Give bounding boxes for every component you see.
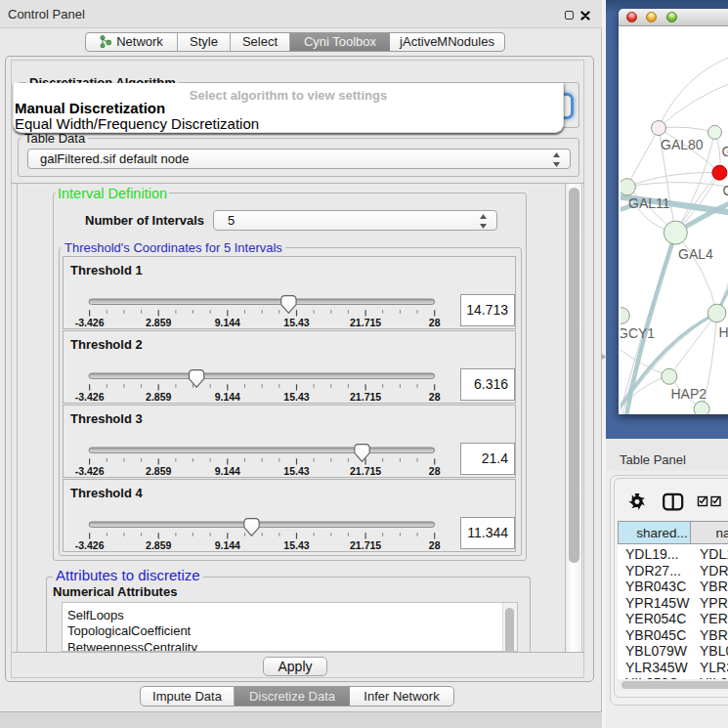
svg-text:9.144: 9.144	[215, 391, 240, 403]
svg-text:GAL11: GAL11	[628, 195, 670, 211]
svg-text:21.715: 21.715	[350, 391, 381, 403]
svg-text:15.43: 15.43	[283, 317, 309, 328]
svg-text:9.144: 9.144	[215, 465, 240, 477]
svg-text:15.43: 15.43	[283, 539, 309, 551]
svg-text:21.715: 21.715	[350, 465, 381, 477]
svg-text:9.144: 9.144	[215, 539, 240, 551]
svg-text:-3.426: -3.426	[75, 465, 105, 477]
svg-text:28: 28	[429, 317, 441, 328]
svg-text:C: C	[723, 183, 728, 198]
svg-text:2.859: 2.859	[146, 539, 171, 551]
svg-text:GAL4: GAL4	[678, 246, 713, 262]
svg-text:GCY1: GCY1	[621, 325, 655, 341]
svg-text:21.715: 21.715	[350, 539, 381, 551]
svg-text:2.859: 2.859	[146, 391, 171, 403]
svg-text:-3.426: -3.426	[75, 391, 105, 403]
svg-text:-3.426: -3.426	[75, 317, 105, 328]
svg-text:GAL80: GAL80	[661, 137, 704, 152]
svg-text:GA: GA	[722, 144, 728, 159]
svg-text:HAP2: HAP2	[671, 386, 707, 402]
svg-text:2.859: 2.859	[146, 465, 171, 477]
svg-text:2.859: 2.859	[146, 317, 171, 328]
svg-text:9.144: 9.144	[215, 317, 240, 328]
svg-text:28: 28	[429, 465, 441, 477]
svg-text:15.43: 15.43	[283, 465, 309, 477]
svg-text:H: H	[719, 324, 728, 340]
svg-text:28: 28	[429, 539, 441, 551]
svg-text:15.43: 15.43	[283, 391, 309, 403]
svg-text:28: 28	[429, 391, 441, 403]
svg-text:21.715: 21.715	[350, 317, 381, 328]
svg-text:-3.426: -3.426	[75, 539, 105, 551]
